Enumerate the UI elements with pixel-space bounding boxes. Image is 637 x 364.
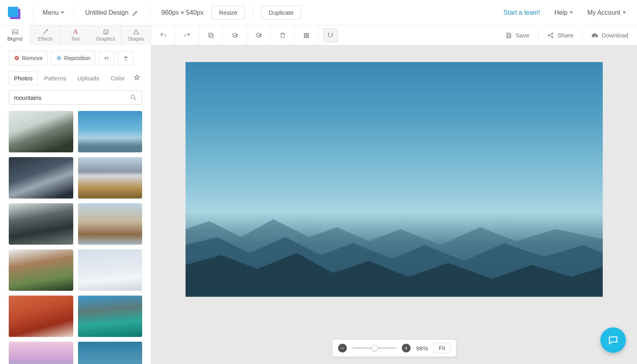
snap-button[interactable] <box>323 29 338 42</box>
tab-bkgrnd[interactable]: Bkgrnd <box>0 25 30 45</box>
thumb-7[interactable] <box>9 249 73 291</box>
zoom-slider-knob[interactable] <box>371 345 378 351</box>
chat-icon <box>608 335 619 346</box>
design-canvas[interactable] <box>186 62 603 297</box>
grid-button[interactable] <box>295 25 318 45</box>
tab-label: Graphics <box>96 36 115 42</box>
save-button[interactable]: Save <box>496 32 538 39</box>
main-area: Remove Reposition Photos Patterns Upload… <box>0 45 637 364</box>
search-input-wrap[interactable] <box>9 90 142 105</box>
wand-icon <box>42 29 49 35</box>
project-name-text: Untitled Design <box>85 9 129 16</box>
svg-rect-8 <box>308 33 309 34</box>
caret-down-icon <box>570 12 573 14</box>
menu-label: Menu <box>43 9 59 16</box>
flip-v-icon <box>123 55 129 62</box>
flip-vertical-button[interactable] <box>118 51 134 65</box>
tab-label: Bkgrnd <box>7 36 22 42</box>
remove-icon <box>14 55 20 61</box>
tab-shapes[interactable]: Shapes <box>121 25 151 45</box>
canvas-area[interactable]: − + 98% Fit <box>151 45 637 364</box>
tab-effects[interactable]: Effects <box>30 25 61 45</box>
tab-label: Effects <box>38 36 52 42</box>
save-label: Save <box>516 32 529 39</box>
tab-patterns[interactable]: Patterns <box>39 72 71 85</box>
thumb-2[interactable] <box>78 111 143 152</box>
menu-dropdown[interactable]: Menu <box>39 7 68 19</box>
save-icon <box>505 32 512 39</box>
thumb-8[interactable] <box>78 249 143 291</box>
flip-horizontal-button[interactable] <box>99 51 115 65</box>
tab-uploads[interactable]: Uploads <box>73 72 104 85</box>
svg-rect-11 <box>308 35 309 36</box>
star-icon <box>133 74 141 81</box>
svg-point-20 <box>131 95 135 99</box>
thumb-4[interactable] <box>78 157 143 199</box>
svg-rect-6 <box>304 33 305 34</box>
thumb-9[interactable] <box>9 296 73 337</box>
copy-button[interactable] <box>199 25 223 45</box>
side-tabs: Photos Patterns Uploads Color <box>9 71 142 86</box>
zoom-out-button[interactable]: − <box>338 344 347 352</box>
resize-button[interactable]: Resize <box>211 6 245 19</box>
zoom-percent: 98% <box>416 345 428 352</box>
share-label: Share <box>557 32 573 39</box>
remove-button[interactable]: Remove <box>9 51 48 65</box>
svg-rect-12 <box>304 37 305 37</box>
svg-rect-10 <box>306 35 307 36</box>
thumb-5[interactable] <box>9 203 73 245</box>
search-input[interactable] <box>14 94 130 101</box>
bring-front-button[interactable] <box>247 25 271 45</box>
send-back-button[interactable] <box>223 25 247 45</box>
thumb-11[interactable] <box>9 342 73 364</box>
duplicate-button[interactable]: Duplicate <box>261 6 301 19</box>
search-icon <box>130 94 137 101</box>
zoom-slider[interactable] <box>352 347 396 349</box>
start-team-link[interactable]: Start a team! <box>496 9 547 16</box>
tab-text[interactable]: A Text <box>61 25 91 45</box>
svg-rect-4 <box>210 34 213 38</box>
smiley-icon <box>102 29 109 35</box>
reposition-button[interactable]: Reposition <box>51 51 96 65</box>
canvas-image <box>186 62 603 297</box>
svg-rect-13 <box>306 37 307 37</box>
thumb-6[interactable] <box>78 203 143 245</box>
image-icon <box>12 29 19 35</box>
delete-button[interactable] <box>271 25 295 45</box>
toolbar: Bkgrnd Effects A Text Graphics Shapes Sa… <box>0 25 637 45</box>
undo-button[interactable] <box>151 25 175 45</box>
svg-rect-14 <box>308 37 309 37</box>
tab-graphics[interactable]: Graphics <box>91 25 121 45</box>
tab-color[interactable]: Color <box>106 72 130 85</box>
thumb-12[interactable] <box>78 342 143 364</box>
svg-point-1 <box>104 29 108 34</box>
help-chat-button[interactable] <box>600 327 626 353</box>
download-button[interactable]: Download <box>582 32 637 39</box>
account-dropdown[interactable]: My Account <box>580 9 633 16</box>
svg-point-2 <box>105 31 105 31</box>
remove-label: Remove <box>22 55 43 61</box>
svg-point-3 <box>106 31 107 31</box>
redo-button[interactable] <box>175 25 199 45</box>
thumb-3[interactable] <box>9 157 73 199</box>
zoom-fit-button[interactable]: Fit <box>434 343 450 353</box>
tab-label: Text <box>71 36 80 42</box>
canvas-dimensions: 960px × 540px <box>156 9 209 16</box>
project-name[interactable]: Untitled Design <box>80 9 145 16</box>
text-icon: A <box>73 29 78 35</box>
cloud-download-icon <box>591 32 598 39</box>
tab-label: Shapes <box>128 36 144 42</box>
flip-h-icon <box>104 55 109 62</box>
help-label: Help <box>554 9 567 16</box>
tab-photos[interactable]: Photos <box>9 71 38 85</box>
app-logo[interactable] <box>8 7 20 19</box>
svg-rect-15 <box>508 35 510 37</box>
thumb-1[interactable] <box>9 111 73 152</box>
thumb-10[interactable] <box>78 296 143 337</box>
share-button[interactable]: Share <box>538 32 582 39</box>
caret-down-icon <box>61 12 64 14</box>
zoom-in-button[interactable]: + <box>402 344 410 352</box>
help-dropdown[interactable]: Help <box>547 9 580 16</box>
tab-favorites[interactable] <box>131 71 143 86</box>
share-icon <box>547 32 554 39</box>
